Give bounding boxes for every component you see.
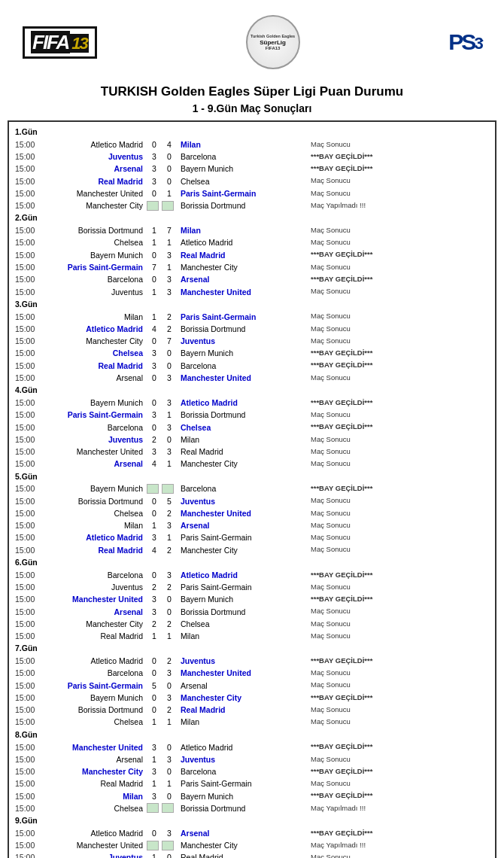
away-team: Barcelona [177,765,305,777]
score-away: 3 [162,753,177,765]
score-away: 0 [162,434,177,446]
home-team: Barcelona [49,569,147,581]
score-home: 0 [147,372,162,384]
match-time: 15:00 [15,409,49,421]
match-row: 15:00 Barcelona 0 3 Arsenal ***BAY GEÇİL… [15,273,489,285]
away-team: Barcelona [177,151,305,163]
score-away: 3 [162,372,177,384]
home-team: Paris Saint-Germain [49,261,147,273]
center-logo: Turkish Golden Eagles SüperLig FIFA13 [246,15,300,69]
home-team: Chelsea [49,347,147,359]
home-team: Juventus [49,581,147,593]
score-home: 3 [147,741,162,753]
home-team: Manchester United [49,446,147,458]
home-team: Chelsea [49,716,147,728]
away-team: Real Madrid [177,249,305,261]
match-status: Maç Sonucu [305,544,489,555]
score-home: 3 [147,606,162,618]
match-time: 15:00 [15,851,49,858]
match-row: 15:00 Real Madrid 3 0 Barcelona ***BAY G… [15,360,489,372]
match-time: 15:00 [15,704,49,716]
home-team: Paris Saint-Germain [49,409,147,421]
match-row: 15:00 Juventus 2 0 Milan Maç Sonucu [15,434,489,446]
match-status: ***BAY GEÇİLDİ*** [305,360,489,371]
home-team: Borissia Dortmund [49,224,147,236]
match-status: Maç Sonucu [305,668,489,679]
page-header: FIFA13 Turkish Golden Eagles SüperLig FI… [8,8,496,77]
match-status: ***BAY GEÇİLDİ*** [305,151,489,163]
score-home: 0 [147,569,162,581]
matches-table: 1.Gün 15:00 Atletico Madrid 0 4 Milan Ma… [8,120,496,858]
match-status: ***BAY GEÇİLDİ*** [305,570,489,581]
score-home: 3 [147,531,162,543]
match-time: 15:00 [15,347,49,359]
score-away: 0 [162,347,177,359]
score-away: 3 [162,446,177,458]
match-status: Maç Sonucu [305,495,489,507]
score-home: 5 [147,680,162,692]
home-team: Atletico Madrid [49,323,147,335]
match-status: Maç Sonucu [305,631,489,642]
match-status: ***BAY GEÇİLDİ*** [305,249,489,260]
away-team: Paris Saint-Germain [177,531,305,543]
away-team: Juventus [177,753,305,765]
match-row: 15:00 Borissia Dortmund 0 5 Juventus Maç… [15,495,489,507]
match-row: 15:00 Arsenal 0 3 Manchester United Maç … [15,372,489,384]
match-time: 15:00 [15,495,49,507]
score-home: 0 [147,249,162,261]
score-home: 4 [147,544,162,556]
match-status: ***BAY GEÇİLDİ*** [305,397,489,409]
away-team: Chelsea [177,421,305,434]
away-team: Manchester City [177,839,305,851]
match-row: 15:00 Paris Saint-Germain 7 1 Manchester… [15,261,489,273]
match-row: 15:00 Arsenal 3 0 Bayern Munich ***BAY G… [15,163,489,175]
match-time: 15:00 [15,482,49,494]
away-team: Bayern Munich [177,790,305,802]
home-team: Real Madrid [49,544,147,556]
home-team: Atletico Madrid [49,138,147,151]
match-row: 15:00 Borissia Dortmund 1 7 Milan Maç So… [15,224,489,236]
match-status: Maç Sonucu [305,852,489,858]
score-away: 2 [162,618,177,630]
match-status: Maç Sonucu [305,582,489,593]
score-away: 3 [162,286,177,298]
match-row: 9.Gün [15,814,489,827]
match-row: 15:00 Real Madrid 4 2 Manchester City Ma… [15,544,489,556]
score-away: 3 [162,569,177,581]
match-time: 15:00 [15,630,49,642]
score-away: 2 [162,311,177,323]
match-status: ***BAY GEÇİLDİ*** [305,348,489,359]
match-status: ***BAY GEÇİLDİ*** [305,790,489,802]
day-label: 2.Gün [15,211,49,224]
away-team: Atletico Madrid [177,741,305,753]
center-logo-line3: FIFA13 [266,46,281,50]
match-row: 15:00 Arsenal 3 0 Borissia Dortmund Maç … [15,606,489,618]
match-time: 15:00 [15,790,49,802]
home-team: Arsenal [49,372,147,384]
away-team: Manchester City [177,692,305,704]
home-team: Bayern Munich [49,482,147,494]
home-team: Real Madrid [49,630,147,642]
score-home: 3 [147,360,162,372]
away-team: Manchester United [177,507,305,519]
match-row: 15:00 Juventus 1 3 Manchester United Maç… [15,286,489,298]
away-team: Bayern Munich [177,163,305,175]
away-team: Milan [177,224,305,236]
match-status: ***BAY GEÇİLDİ*** [305,656,489,667]
match-status: Maç Sonucu [305,373,489,384]
match-status: ***BAY GEÇİLDİ*** [305,483,489,494]
match-row: 15:00 Chelsea Borissia Dortmund Maç Yapı… [15,802,489,814]
match-row: 15:00 Arsenal 1 3 Juventus Maç Sonucu [15,753,489,765]
match-time: 15:00 [15,618,49,630]
away-team: Arsenal [177,519,305,531]
match-row: 15:00 Chelsea 1 1 Atletico Madrid Maç So… [15,236,489,248]
match-status: Maç Sonucu [305,225,489,236]
match-row: 15:00 Manchester City 2 2 Chelsea Maç So… [15,618,489,630]
home-team: Real Madrid [49,175,147,187]
home-team: Manchester City [49,765,147,777]
match-row: 15:00 Bayern Munich 0 3 Real Madrid ***B… [15,249,489,261]
score-home: 1 [147,519,162,531]
match-status: Maç Sonucu [305,336,489,347]
score-home: 4 [147,323,162,335]
score-away: 3 [162,692,177,704]
